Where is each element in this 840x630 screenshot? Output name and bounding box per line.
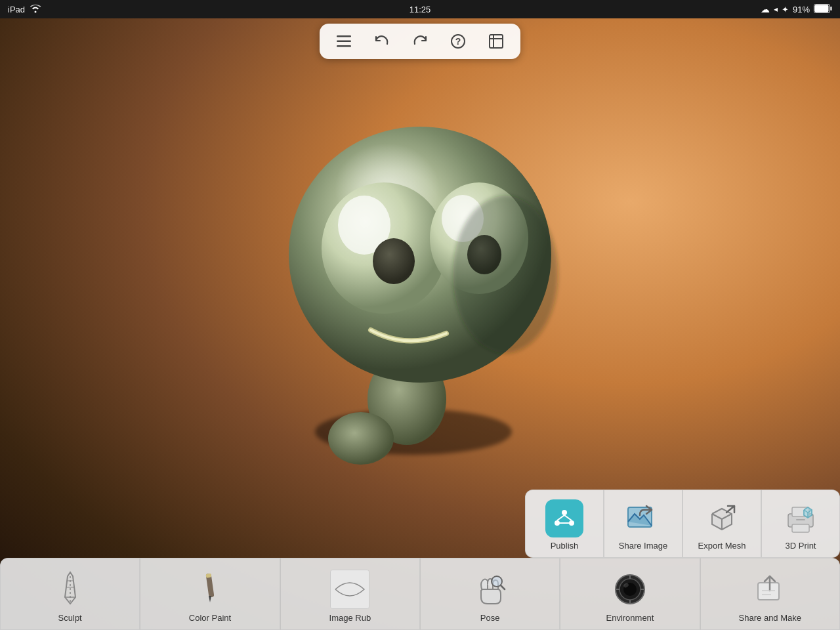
environment-icon [610,570,650,609]
share-image-label: Share Image [619,541,667,551]
color-paint-label: Color Paint [189,613,231,623]
export-mesh-button[interactable]: Export Mesh [682,490,761,558]
publish-label: Publish [551,541,579,551]
menu-button[interactable] [331,29,356,54]
character-model [256,58,584,465]
image-rub-button[interactable]: Image Rub [280,558,420,630]
color-paint-button[interactable]: Color Paint [140,558,280,630]
svg-marker-48 [209,596,211,602]
svg-line-27 [564,515,572,520]
bluetooth-icon: ✦ [782,5,789,14]
icloud-icon: ☁ [761,4,770,14]
share-image-button[interactable]: Share Image [604,490,682,558]
publish-button[interactable]: Publish [525,490,604,558]
svg-line-35 [726,506,734,513]
publish-icon [545,499,584,538]
svg-point-13 [328,412,394,465]
svg-rect-5 [337,45,351,47]
action-toolbar: Publish Share Image [525,490,840,558]
export-mesh-icon [702,499,742,538]
status-bar: iPad 11:25 ☁ ◂ ✦ 91% [0,0,840,18]
image-rub-label: Image Rub [329,613,371,623]
share-image-icon [623,499,663,538]
wifi-icon [30,5,41,14]
view-button[interactable] [484,29,509,54]
undo-button[interactable] [369,29,394,54]
environment-button[interactable]: Environment [560,558,700,630]
svg-point-20 [373,238,415,284]
sculpt-label: Sculpt [58,613,82,623]
pose-label: Pose [480,613,500,623]
help-button[interactable]: ? [446,29,471,54]
ipad-label: iPad [8,5,25,14]
svg-line-56 [501,585,505,589]
svg-rect-38 [792,524,809,532]
share-and-make-label: Share and Make [739,613,801,623]
sculpt-icon [51,570,90,609]
svg-line-26 [557,515,564,520]
bottom-toolbar: Sculpt Color Paint [0,558,840,630]
3d-print-button[interactable]: 3D Print [761,490,840,558]
svg-rect-1 [830,7,832,10]
svg-point-29 [563,511,566,514]
svg-rect-65 [758,583,779,600]
location-icon: ◂ [774,5,778,14]
redo-button[interactable] [408,29,432,54]
battery-label: 91% [793,5,810,14]
image-rub-icon [330,570,369,609]
svg-rect-49 [206,574,212,578]
svg-rect-3 [337,35,351,37]
time-display: 11:25 [410,5,431,14]
main-toolbar: ? [320,24,520,59]
svg-text:?: ? [455,36,461,47]
svg-rect-8 [490,35,503,48]
environment-label: Environment [606,613,654,623]
share-and-make-button[interactable]: Share and Make [700,558,840,630]
share-and-make-icon [750,570,789,609]
color-paint-icon [190,570,230,609]
pose-tool-button[interactable]: Pose [420,558,560,630]
3d-print-label: 3D Print [786,541,816,551]
battery-icon [814,4,832,15]
svg-point-22 [453,196,558,353]
3d-print-icon [781,499,820,538]
svg-rect-4 [337,41,351,43]
svg-rect-42 [796,519,805,520]
sculpt-tool-button[interactable]: Sculpt [0,558,140,630]
export-mesh-label: Export Mesh [698,541,746,551]
pose-icon [471,570,510,609]
svg-rect-2 [815,5,829,12]
